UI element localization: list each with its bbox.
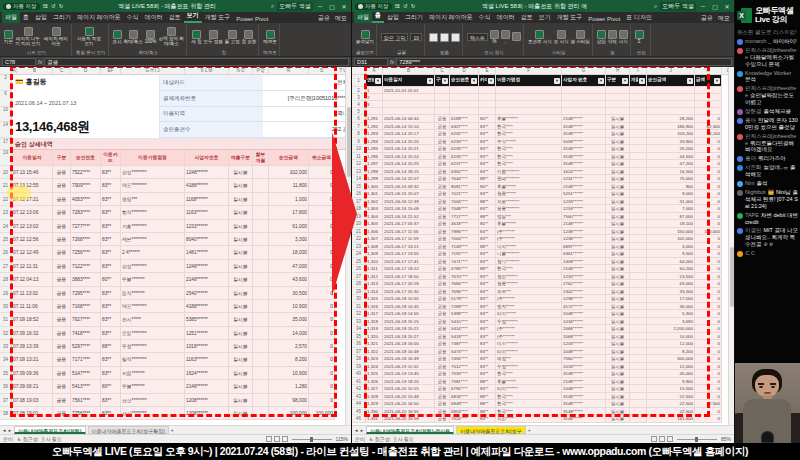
- cell[interactable]: 7644****: [450, 175, 479, 183]
- cell[interactable]: 3,000: [647, 243, 695, 251]
- cell[interactable]: 한국****: [496, 160, 562, 168]
- cell[interactable]: 7561****: [71, 394, 101, 407]
- column-title-3[interactable]: 승인번호▼: [450, 75, 479, 87]
- cell[interactable]: [450, 108, 479, 115]
- cell[interactable]: 2021-06-19 13:45: [383, 370, 435, 378]
- cell[interactable]: [630, 348, 647, 356]
- cell[interactable]: 75,000: [647, 175, 695, 183]
- cell[interactable]: 30,500: [269, 287, 309, 300]
- cell[interactable]: 1,319: [366, 325, 383, 333]
- ribbon-tab-10[interactable]: Power Pivot: [585, 15, 623, 23]
- comments-button[interactable]: 메모: [718, 14, 730, 23]
- cell[interactable]: 3148******: [562, 153, 606, 161]
- cell[interactable]: [630, 318, 647, 326]
- cell[interactable]: 세븐********: [121, 233, 185, 246]
- cell[interactable]: 0: [695, 295, 722, 303]
- maximize-button[interactable]: ▢: [328, 3, 336, 10]
- cell[interactable]: 7560******: [562, 213, 606, 221]
- column-header-N O[interactable]: N O: [229, 67, 253, 74]
- table-row[interactable]: 3507.09 09:36공용5147****83**키움*******1624…: [0, 367, 351, 380]
- cell[interactable]: 17,800: [269, 206, 309, 219]
- cell[interactable]: 공용: [435, 145, 450, 153]
- cell[interactable]: 키움*******: [121, 367, 185, 380]
- cell[interactable]: [450, 94, 479, 101]
- cell[interactable]: 10,900: [269, 367, 309, 380]
- cell[interactable]: 62,300: [695, 123, 722, 131]
- cell[interactable]: [253, 367, 269, 380]
- column-title-1[interactable]: 구분: [53, 150, 71, 166]
- cell[interactable]: 64,000: [647, 258, 695, 266]
- cell[interactable]: 공용: [435, 190, 450, 198]
- column-header-K[interactable]: K: [695, 67, 722, 74]
- cell[interactable]: 공용: [435, 235, 450, 243]
- cell[interactable]: 22,500: [695, 400, 722, 408]
- cell[interactable]: 88**: [479, 378, 496, 386]
- cell[interactable]: [630, 94, 647, 101]
- cell[interactable]: 7418****: [71, 327, 101, 340]
- ribbon-dropdown-맑은 고딕[interactable]: 맑은 고딕: [381, 33, 408, 41]
- row-number[interactable]: 34: [0, 353, 12, 366]
- row-number[interactable]: 6: [0, 91, 12, 107]
- table-row[interactable]: 421,3272021-06-20 10:15공용6790****83**티미*…: [352, 385, 734, 393]
- cell[interactable]: 탈직********: [121, 353, 185, 366]
- view-button-0[interactable]: [266, 436, 272, 442]
- sheet-nav-arrows[interactable]: ◄ ►: [2, 428, 12, 433]
- cell[interactable]: [450, 87, 479, 94]
- cell[interactable]: 일시불: [606, 153, 630, 161]
- cell[interactable]: [630, 108, 647, 115]
- cell[interactable]: 일시불: [606, 115, 630, 123]
- cell[interactable]: 일시불: [229, 287, 253, 300]
- column-header-C[interactable]: C: [53, 67, 71, 74]
- cell[interactable]: 1048******: [562, 348, 606, 356]
- table-row[interactable]: 2907.11 13:02공용7295****83**듬직*******2540…: [0, 287, 351, 300]
- cell[interactable]: 87,000: [647, 213, 695, 221]
- ribbon-tab-6[interactable]: 데이터: [142, 12, 166, 23]
- cell[interactable]: 0: [695, 348, 722, 356]
- cell[interactable]: 83**: [101, 353, 121, 366]
- column-header-0[interactable]: [352, 67, 366, 74]
- cell[interactable]: 공용: [435, 153, 450, 161]
- cell[interactable]: 1,316: [366, 303, 383, 311]
- cell[interactable]: 88**: [479, 393, 496, 401]
- cell[interactable]: 우정*******: [496, 318, 562, 326]
- cell[interactable]: [479, 94, 496, 101]
- cell[interactable]: 삼성********: [121, 260, 185, 273]
- table-row[interactable]: 191,3042021-06-16 21:52공용7717****88**방딜*…: [352, 213, 734, 221]
- cell[interactable]: 2021-06-17 20:18: [383, 280, 435, 288]
- cell[interactable]: 일시불: [606, 318, 630, 326]
- cell[interactable]: 2021-06-18 15:21: [383, 325, 435, 333]
- table-row[interactable]: 161,3012021-06-15 15:07공용7021****83**청룡*…: [352, 190, 734, 198]
- cell[interactable]: 9,500: [647, 250, 695, 258]
- cell[interactable]: 공용: [435, 408, 450, 416]
- ribbon-button-0-2[interactable]: 페이지 레이아웃: [43, 27, 69, 46]
- cell[interactable]: 1163******: [185, 353, 229, 366]
- worksheet-grid-right[interactable]: ABCDEFGHIJKL 1연번▼이용일자▼구분▼승인번호▼카드▼이용가맹점▼사…: [352, 67, 734, 425]
- cell[interactable]: 6189****: [450, 115, 479, 123]
- cell[interactable]: 티미*******: [496, 385, 562, 393]
- row-number[interactable]: 2: [352, 87, 366, 94]
- cell[interactable]: [253, 353, 269, 366]
- cell[interactable]: 니뿔********: [496, 250, 562, 258]
- cell[interactable]: 7192****: [450, 250, 479, 258]
- table-row[interactable]: 331,3182021-06-18 15:15공용5410****83**우정*…: [352, 318, 734, 326]
- cell[interactable]: 일시불: [606, 295, 630, 303]
- cell[interactable]: 0: [695, 168, 722, 176]
- cell[interactable]: 88**: [479, 198, 496, 206]
- cell[interactable]: 일시불: [606, 385, 630, 393]
- cell[interactable]: 88**: [479, 213, 496, 221]
- cell[interactable]: 공용: [53, 313, 71, 326]
- cell[interactable]: [630, 265, 647, 273]
- cell[interactable]: 83**: [479, 348, 496, 356]
- add-sheet-button[interactable]: +: [171, 427, 174, 433]
- cell[interactable]: [647, 94, 695, 101]
- cell[interactable]: 83**: [479, 168, 496, 176]
- cell[interactable]: 47,200: [647, 160, 695, 168]
- table-row[interactable]: 221,3072021-06-17 11:59공용7000****83**(주*…: [352, 235, 734, 243]
- cell[interactable]: 공용: [435, 280, 450, 288]
- table-row[interactable]: 381,3232021-06-18 16:49공용7456****83**예정*…: [352, 355, 734, 363]
- cell[interactable]: 0: [695, 265, 722, 273]
- column-header-B[interactable]: B: [383, 67, 435, 74]
- cell[interactable]: 1,325: [366, 370, 383, 378]
- close-button[interactable]: ✕: [723, 3, 731, 10]
- cell[interactable]: 2021-06-14 15:20: [383, 138, 435, 146]
